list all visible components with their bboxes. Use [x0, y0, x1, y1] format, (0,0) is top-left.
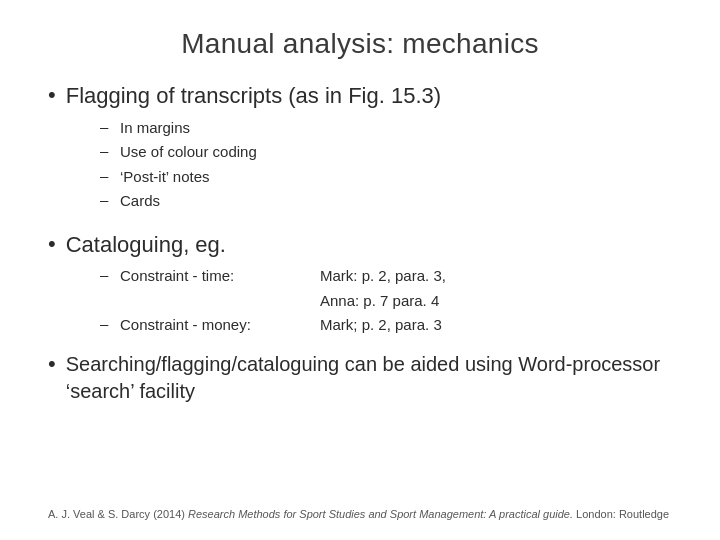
footer-text-normal: A. J. Veal & S. Darcy (2014) — [48, 508, 188, 520]
dash-icon: – — [100, 167, 112, 184]
dash-icon: – — [100, 191, 112, 208]
footer-citation: A. J. Veal & S. Darcy (2014) Research Me… — [48, 508, 672, 520]
slide-title: Manual analysis: mechanics — [48, 28, 672, 60]
subitem-3: ‘Post-it’ notes — [120, 166, 209, 189]
bullet-cataloguing: • Cataloguing, eg. — [48, 231, 672, 260]
catalogue-left-1: Constraint - time: — [120, 265, 320, 288]
bullet-cataloguing-text: Cataloguing, eg. — [66, 231, 226, 260]
flagging-sublist: – In margins – Use of colour coding – ‘P… — [100, 117, 672, 213]
bullet-dot-3: • — [48, 353, 56, 375]
list-item: – Use of colour coding — [100, 141, 672, 164]
footer-text-end: London: Routledge — [573, 508, 669, 520]
bullet-flagging-text: Flagging of transcripts (as in Fig. 15.3… — [66, 82, 441, 111]
dash-icon: – — [100, 118, 112, 135]
slide: Manual analysis: mechanics • Flagging of… — [0, 0, 720, 540]
catalogue-left-3: Constraint - money: — [120, 314, 320, 337]
section-flagging: • Flagging of transcripts (as in Fig. 15… — [48, 82, 672, 217]
bullet-dot-2: • — [48, 233, 56, 255]
dash-icon: – — [100, 266, 112, 283]
list-item: – Anna: p. 7 para. 4 — [100, 290, 672, 313]
section-searching: • Searching/flagging/cataloguing can be … — [48, 351, 672, 411]
footer: A. J. Veal & S. Darcy (2014) Research Me… — [48, 500, 672, 520]
dash-icon: – — [100, 142, 112, 159]
footer-text-italic: Research Methods for Sport Studies and S… — [188, 508, 573, 520]
subitem-4: Cards — [120, 190, 160, 213]
bullet-dot-1: • — [48, 84, 56, 106]
catalogue-right-1: Mark: p. 2, para. 3, — [320, 265, 446, 288]
list-item: – Constraint - money: Mark; p. 2, para. … — [100, 314, 672, 337]
list-item: – ‘Post-it’ notes — [100, 166, 672, 189]
cataloguing-sublist: – Constraint - time: Mark: p. 2, para. 3… — [100, 265, 672, 337]
list-item: – Cards — [100, 190, 672, 213]
bullet-searching: • Searching/flagging/cataloguing can be … — [48, 351, 672, 405]
catalogue-right-3: Mark; p. 2, para. 3 — [320, 314, 442, 337]
section-cataloguing: • Cataloguing, eg. – Constraint - time: … — [48, 231, 672, 341]
list-item: – In margins — [100, 117, 672, 140]
subitem-2: Use of colour coding — [120, 141, 257, 164]
catalogue-right-2: Anna: p. 7 para. 4 — [320, 290, 439, 313]
bullet-flagging: • Flagging of transcripts (as in Fig. 15… — [48, 82, 672, 111]
list-item: – Constraint - time: Mark: p. 2, para. 3… — [100, 265, 672, 288]
dash-icon: – — [100, 315, 112, 332]
subitem-1: In margins — [120, 117, 190, 140]
bullet-searching-text: Searching/flagging/cataloguing can be ai… — [66, 351, 672, 405]
